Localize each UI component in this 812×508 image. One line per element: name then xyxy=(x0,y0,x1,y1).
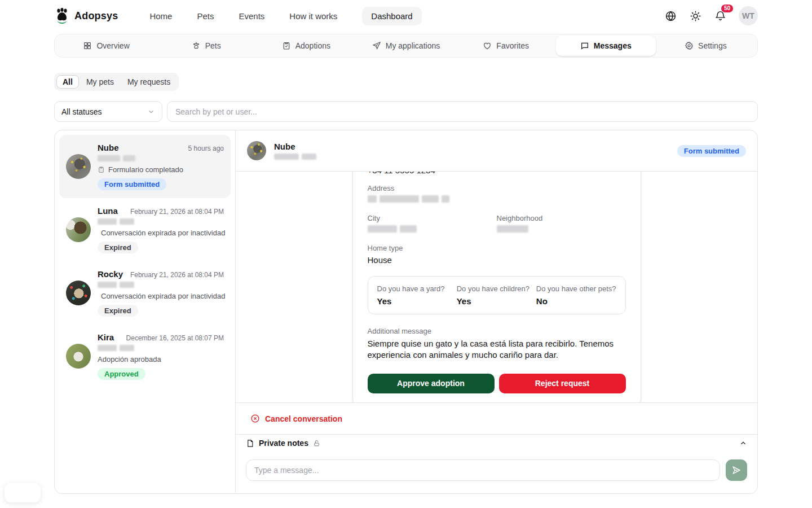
send-icon xyxy=(372,41,381,50)
redacted-address xyxy=(368,195,626,203)
tab-pets[interactable]: Pets xyxy=(156,36,256,56)
scope-chips: All My pets My requests xyxy=(54,73,179,91)
other-pets-answer: No xyxy=(536,296,616,306)
clipboard-check-icon xyxy=(282,41,291,50)
tab-settings[interactable]: Settings xyxy=(656,36,756,56)
chat-pet-name: Nube xyxy=(274,142,316,151)
language-globe-icon[interactable] xyxy=(664,10,677,22)
pet-avatar-nube xyxy=(66,154,91,179)
redacted-user-name xyxy=(98,218,224,225)
adoption-form-card: +34 11 5555 1234 Address City Neighborho… xyxy=(352,172,641,402)
dashboard-tabbar: Overview Pets Adoptions My applications … xyxy=(54,34,758,58)
search-input[interactable] xyxy=(167,101,758,122)
conversation-time: December 16, 2025 at 08:07 PM xyxy=(126,334,224,342)
theme-sun-icon[interactable] xyxy=(689,10,701,22)
user-avatar[interactable]: WT xyxy=(739,6,758,25)
pet-avatar-luna xyxy=(66,217,91,242)
conversation-item-luna[interactable]: Luna February 21, 2026 at 08:04 PM Conve… xyxy=(59,198,231,261)
brand-name: Adopsys xyxy=(74,10,118,22)
reject-request-button[interactable]: Reject request xyxy=(499,374,626,393)
paw-icon xyxy=(192,41,201,50)
conversation-time: 5 hours ago xyxy=(188,144,224,152)
main-nav: Home Pets Events How it works Dashboard xyxy=(149,7,421,25)
chevron-down-icon xyxy=(147,108,155,116)
questions-box: Do you have a yard? Yes Do you have chil… xyxy=(368,276,626,314)
redacted-user-name xyxy=(274,154,316,160)
private-notes-label: Private notes xyxy=(259,439,308,448)
redacted-user-name xyxy=(98,282,224,288)
chip-my-requests[interactable]: My requests xyxy=(121,75,176,89)
approve-adoption-button[interactable]: Approve adoption xyxy=(368,374,495,393)
chip-all[interactable]: All xyxy=(56,75,79,89)
conversation-time: February 21, 2026 at 08:04 PM xyxy=(130,271,224,279)
notification-count-badge: 50 xyxy=(721,5,733,12)
pet-name: Kira xyxy=(98,332,114,342)
redacted-user-name xyxy=(98,345,224,351)
lock-icon xyxy=(313,440,320,447)
chip-my-pets[interactable]: My pets xyxy=(80,75,120,89)
send-message-button[interactable] xyxy=(726,459,747,481)
paw-logo-icon xyxy=(54,7,70,24)
other-pets-question: Do you have other pets? xyxy=(536,284,616,293)
chat-pet-avatar xyxy=(247,141,266,160)
cancel-conversation-link[interactable]: Cancel conversation xyxy=(265,414,342,423)
home-type-value: House xyxy=(368,255,626,265)
grid-icon xyxy=(83,41,92,50)
additional-message-text: Siempre quise un gato y la casa está lis… xyxy=(368,338,626,361)
conversation-status: Conversación expirada por inactividad xyxy=(98,229,224,237)
home-type-label: Home type xyxy=(368,244,626,252)
message-composer xyxy=(236,452,757,493)
chat-status-badge: Form submitted xyxy=(677,145,746,157)
status-badge: Expired xyxy=(98,242,138,253)
chat-message-area: +34 11 5555 1234 Address City Neighborho… xyxy=(236,172,757,402)
address-label: Address xyxy=(368,184,626,192)
conversation-item-kira[interactable]: Kira December 16, 2025 at 08:07 PM Adopc… xyxy=(59,325,231,388)
conversation-status: Formulario completado xyxy=(98,165,224,174)
nav-link-events[interactable]: Events xyxy=(239,11,264,21)
conversation-status: Adopción aprobada xyxy=(98,355,224,364)
conversation-item-rocky[interactable]: Rocky February 21, 2026 at 08:04 PM Conv… xyxy=(59,261,231,325)
circle-x-icon xyxy=(250,414,260,423)
send-icon xyxy=(731,465,742,475)
top-navbar: Adopsys Home Pets Events How it works Da… xyxy=(0,0,812,32)
tab-overview[interactable]: Overview xyxy=(56,36,156,56)
yard-answer: Yes xyxy=(377,296,457,306)
yard-question: Do you have a yard? xyxy=(377,284,457,293)
tab-favorites[interactable]: Favorites xyxy=(456,36,556,56)
neighborhood-label: Neighborhood xyxy=(497,214,626,222)
redacted-neighborhood xyxy=(497,225,626,233)
status-filter-dropdown[interactable]: All statuses xyxy=(54,101,162,122)
status-badge: Form submitted xyxy=(98,178,166,190)
messages-panel: Nube 5 hours ago Formulario completado F… xyxy=(54,130,758,494)
status-badge: Expired xyxy=(98,305,138,317)
tab-messages[interactable]: Messages xyxy=(556,36,656,56)
status-badge: Approved xyxy=(98,368,145,380)
nav-link-home[interactable]: Home xyxy=(149,11,172,21)
notifications-bell-icon[interactable]: 50 xyxy=(714,10,726,22)
brand-logo[interactable]: Adopsys xyxy=(54,7,118,24)
additional-message-label: Additional message xyxy=(368,327,626,335)
message-input[interactable] xyxy=(246,459,720,481)
document-icon xyxy=(246,439,254,448)
children-answer: Yes xyxy=(457,296,536,306)
nav-link-pets[interactable]: Pets xyxy=(197,11,214,21)
pet-name: Luna xyxy=(98,206,118,216)
children-question: Do you have children? xyxy=(457,284,536,293)
pet-avatar-rocky xyxy=(66,281,91,305)
pet-name: Nube xyxy=(98,143,119,152)
conversation-time: February 21, 2026 at 08:04 PM xyxy=(130,208,224,216)
conversation-item-nube[interactable]: Nube 5 hours ago Formulario completado F… xyxy=(59,135,231,198)
clipboard-icon xyxy=(98,166,105,173)
tab-my-applications[interactable]: My applications xyxy=(356,36,456,56)
conversation-status: Conversación expirada por inactividad xyxy=(98,292,224,300)
private-notes-row[interactable]: Private notes xyxy=(236,434,757,452)
nav-link-how-it-works[interactable]: How it works xyxy=(289,11,337,21)
city-label: City xyxy=(368,214,497,222)
nav-link-dashboard[interactable]: Dashboard xyxy=(362,7,421,25)
cancel-conversation-row: Cancel conversation xyxy=(236,402,757,434)
chevron-up-icon[interactable] xyxy=(739,439,747,447)
heart-icon xyxy=(483,41,492,50)
redacted-city xyxy=(368,225,497,233)
tab-adoptions[interactable]: Adoptions xyxy=(256,36,356,56)
chat-bubble-icon xyxy=(580,41,589,50)
